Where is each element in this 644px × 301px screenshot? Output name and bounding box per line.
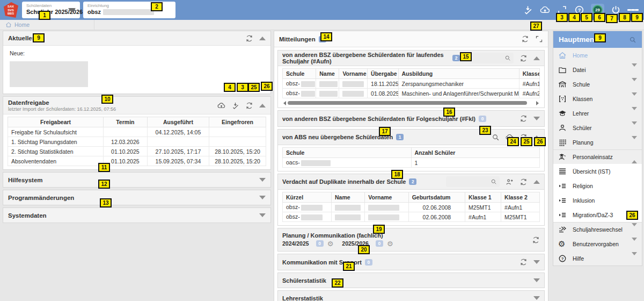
column-header[interactable]: Geburtsdatum — [408, 192, 465, 203]
column-header[interactable]: Vorname — [339, 69, 368, 79]
sidebar-item-benutzervorgaben[interactable]: ⚙Benutzervorgaben — [553, 236, 642, 251]
collapse-icon[interactable] — [259, 37, 266, 40]
column-header[interactable]: Schule — [283, 148, 412, 158]
datenfreigabe-header[interactable]: Datenfreigabe letzter Import der Schüler… — [3, 97, 270, 114]
chevron-down-icon[interactable] — [632, 226, 637, 233]
import-icon[interactable] — [231, 102, 239, 110]
column-header[interactable]: Schule — [283, 69, 316, 79]
expand-icon[interactable] — [533, 117, 540, 120]
horizontal-scrollbar[interactable] — [283, 100, 539, 106]
sidebar-item-schule[interactable]: Schule — [553, 77, 642, 91]
table-row[interactable]: obsz-02.06.2008M25MT1#Aufn1 — [283, 203, 540, 212]
schuelerstatistik-header[interactable]: Schülerstatistik — [278, 273, 544, 288]
collapse-icon[interactable] — [259, 104, 266, 108]
refresh-icon[interactable] — [519, 54, 528, 62]
chevron-down-icon[interactable] — [632, 110, 637, 117]
column-header[interactable]: Klasse 1 — [465, 192, 501, 203]
column-header[interactable]: Klasse 2 — [501, 192, 540, 203]
merge-duplicates-icon[interactable] — [506, 178, 514, 186]
expand-icon[interactable] — [533, 296, 540, 300]
expand-icon[interactable] — [533, 260, 540, 264]
sidebar-item-datei[interactable]: Datei — [553, 62, 642, 77]
refresh-icon[interactable] — [519, 258, 528, 266]
collapse-all-icon[interactable] — [535, 35, 543, 43]
refresh-icon[interactable] — [245, 102, 253, 110]
table-row[interactable]: oacs-1 — [283, 158, 540, 168]
sidebar-item-inklusion[interactable]: Inklusion — [553, 193, 642, 207]
refresh-icon[interactable] — [245, 34, 253, 42]
systemdaten-header[interactable]: Systemdaten — [3, 208, 270, 223]
planung-kommunikation-header[interactable]: Planung / Kommunikation (fachlich) 2024/… — [278, 228, 544, 251]
programmaenderungen-header[interactable]: Programmänderungen — [3, 190, 270, 205]
cloud-sync-icon[interactable] — [539, 4, 551, 16]
expand-icon[interactable] — [259, 196, 266, 199]
sidebar-item-religion[interactable]: Religion — [553, 178, 642, 193]
sidebar-item-lehrer[interactable]: Lehrer — [553, 106, 642, 120]
table-row[interactable]: 1. Stichtag Planungsdaten12.03.2026 — [8, 137, 266, 147]
table-row[interactable]: 2. Stichtag Statistikdaten01.10.202527.1… — [8, 147, 266, 156]
duplikate-header[interactable]: Verdacht auf Duplikate innerhalb der Sch… — [278, 174, 544, 190]
scroll-right-icon[interactable] — [536, 101, 539, 105]
chevron-down-icon[interactable] — [632, 81, 637, 88]
table-row[interactable]: Freigabe für Schulaufsicht04.12.2025, 14… — [8, 127, 266, 137]
table-row[interactable]: obsz-01.08.2025Maschinen- und Anlagenfüh… — [283, 89, 540, 98]
support-header[interactable]: Kommunikation mit Support 0 — [278, 254, 544, 270]
lehrerstatistik-header[interactable]: Lehrerstatistik — [278, 291, 544, 301]
search-icon[interactable] — [492, 133, 500, 141]
column-header[interactable]: Name — [332, 192, 365, 203]
collapse-icon[interactable] — [533, 56, 540, 60]
aufn-header[interactable]: von anderen BSZ übergebene Schülerdaten … — [278, 51, 544, 66]
table-row[interactable]: Absolventendaten01.10.202515.09.2025, 07… — [8, 156, 266, 166]
refresh-icon[interactable] — [521, 35, 529, 43]
column-header[interactable]: Name — [316, 69, 339, 79]
table-row[interactable]: obsz-02.06.2008#Aufn1M25MT1 — [283, 212, 540, 222]
column-header[interactable]: Eingefroren — [209, 117, 266, 127]
chevron-down-icon[interactable] — [68, 8, 76, 13]
column-header[interactable]: Freigabeart — [8, 117, 104, 127]
sidebar-item-schüler[interactable]: Schüler — [553, 120, 642, 135]
menu-search-icon[interactable] — [629, 36, 636, 44]
schuljahr-selector[interactable]: Schülerdaten Schuljahr 2025/2026 — [22, 2, 80, 18]
column-header[interactable]: Kürzel — [283, 192, 332, 203]
chevron-down-icon[interactable] — [632, 139, 637, 146]
refresh-icon[interactable] — [532, 236, 540, 244]
column-header[interactable]: Ausbildung — [398, 69, 519, 79]
breadcrumb-home[interactable]: Home — [14, 22, 30, 28]
column-header[interactable]: Termin — [103, 117, 147, 127]
expand-icon[interactable] — [533, 278, 540, 282]
sidebar-item-übersicht-ist[interactable]: Übersicht (IST) — [553, 164, 642, 178]
chevron-up-icon[interactable] — [632, 154, 637, 160]
sidebar-item-schuljahreswechsel[interactable]: Schuljahreswechsel — [553, 222, 642, 236]
gear-icon[interactable]: ⚙ — [327, 240, 334, 248]
column-header[interactable]: Vorname — [365, 192, 408, 203]
expand-icon[interactable] — [259, 213, 266, 217]
sidebar-item-hilfe[interactable]: ?Hilfe — [553, 251, 642, 266]
scroll-left-icon[interactable] — [283, 101, 286, 105]
abs-header[interactable]: von ABS neu übergebene Schülerdaten 1 — [278, 130, 544, 145]
scrollbar-thumb[interactable] — [288, 101, 527, 105]
collapse-icon[interactable] — [533, 180, 540, 184]
column-header[interactable]: Anzahl Schüler — [411, 148, 540, 158]
sidebar-item-klassen[interactable]: Klassen — [553, 91, 642, 106]
chevron-down-icon[interactable] — [632, 96, 637, 102]
chevron-down-icon[interactable] — [632, 255, 637, 262]
fkl-header[interactable]: von anderen BSZ übergebene Schülerdaten … — [278, 111, 544, 126]
expand-icon[interactable] — [259, 178, 266, 182]
column-header[interactable]: Übergabe am — [368, 69, 398, 79]
hilfesystem-header[interactable]: Hilfesystem — [3, 173, 270, 187]
sidebar-item-home[interactable]: Home — [553, 48, 642, 62]
column-header[interactable]: Ausgeführt — [147, 117, 209, 127]
cloud-sync-icon[interactable] — [217, 102, 225, 110]
chevron-down-icon[interactable] — [632, 125, 637, 131]
chevron-down-icon[interactable] — [632, 241, 637, 247]
mitteilungen-header[interactable]: Mitteilungen 5 — [274, 31, 548, 47]
import-icon[interactable] — [522, 4, 533, 16]
column-header[interactable]: Klasse — [519, 69, 539, 79]
gear-icon[interactable]: ⚙ — [387, 240, 393, 248]
refresh-icon[interactable] — [519, 178, 528, 186]
sidebar-item-personaleinsatz[interactable]: Personaleinsatz — [553, 149, 642, 164]
chevron-down-icon[interactable] — [632, 67, 637, 73]
table-row[interactable]: obsz-18.11.2025Zerspanungsmechaniker#Auf… — [283, 79, 540, 89]
sidebar-item-planung[interactable]: Planung — [553, 135, 642, 149]
search-input[interactable] — [446, 176, 500, 187]
